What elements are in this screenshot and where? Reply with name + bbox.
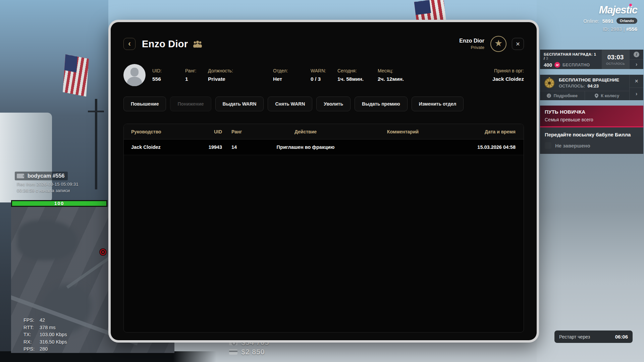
newbie-path-header: ПУТЬ НОВИЧКА Семья превыше всего — [540, 106, 643, 127]
demote-button[interactable]: Понижение — [170, 97, 211, 111]
free-spin-main: БЕСПЛАТНОЕ ВРАЩЕНИЕ ОСТАЛОСЬ: 04:23 i По… — [540, 75, 629, 100]
col-action: Действие — [257, 129, 354, 134]
minimap-target-icon — [99, 248, 107, 256]
group-members-icon — [193, 41, 203, 48]
avatar — [123, 64, 146, 86]
col-comment: Комментарий — [354, 129, 451, 134]
stat-rx: RX:316.50 Kbps — [23, 339, 67, 346]
location-pin-icon — [595, 94, 598, 98]
online-row: Online: 5891 Orlando — [583, 18, 637, 24]
free-reward-main: БЕСПЛАТНАЯ НАГРАДА: 1 / 3 400 M БЕСПЛАТН… — [540, 50, 602, 69]
free-spin-title: БЕСПЛАТНОЕ ВРАЩЕНИЕ — [559, 77, 619, 82]
reward-expand-button[interactable]: › — [630, 60, 643, 69]
reward-rail: i › — [629, 50, 643, 69]
spin-timer: 04:23 — [588, 83, 599, 88]
stat-fps: FPS:42 — [23, 317, 67, 324]
spin-expand-button[interactable]: › — [630, 88, 643, 101]
free-spin-buttons: i Подробнее К колесу — [540, 91, 629, 100]
member-stats-row: UID:556 Ранг:1 Должность:Private Отдел:Н… — [123, 64, 524, 86]
free-spin-text: БЕСПЛАТНОЕ ВРАЩЕНИЕ ОСТАЛОСЬ: 04:23 — [559, 77, 619, 88]
bodycam-rec-line: Rec from 2026-03-15 05:09:31 — [15, 182, 78, 187]
table-header: Руководство UID Ранг Действие Комментари… — [124, 124, 524, 139]
free-spin-top: БЕСПЛАТНОЕ ВРАЩЕНИЕ ОСТАЛОСЬ: 04:23 — [540, 75, 629, 91]
bank-card-icon — [229, 349, 237, 355]
bank-row: $2 850 — [229, 347, 269, 357]
info-icon: i — [547, 94, 551, 98]
modal-header-right: Enzo Dior Private ★ ✕ — [459, 36, 524, 52]
member-name: Enzo Dior — [459, 38, 484, 44]
spin-close-button[interactable]: ✕ — [630, 75, 643, 88]
spin-timer-label: ОСТАЛОСЬ: — [559, 83, 585, 88]
health-value: 100 — [54, 201, 64, 206]
minimap-terrain — [17, 220, 77, 260]
member-rank: Private — [459, 45, 484, 50]
newbie-path-subtitle: Семья превыше всего — [545, 117, 639, 122]
bodycam-title: bodycam #556 — [28, 173, 64, 179]
bodycam-title-row: bodycam #556 — [15, 172, 68, 180]
chevron-right-icon: › — [636, 61, 638, 68]
promote-button[interactable]: Повышение — [123, 97, 166, 111]
reward-timer-label: ОСТАЛОСЬ — [606, 62, 625, 65]
newbie-path-panel: ПУТЬ НОВИЧКА Семья превыше всего Передай… — [540, 106, 643, 154]
member-profile-modal: ‹ Enzo Dior Enzo Dior Private ★ ✕ — [108, 20, 539, 343]
bodycam-overlay: bodycam #556 Rec from 2026-03-15 05:09:3… — [15, 172, 78, 193]
dynamic-id: #556 — [626, 26, 637, 32]
change-department-button[interactable]: Изменить отдел — [412, 97, 464, 111]
bank-value: $2 850 — [241, 348, 265, 356]
table-row: Jack Cloidez 19943 14 Приглашен во фракц… — [124, 139, 524, 155]
action-buttons-row: Повышение Понижение Выдать WARN Снять WA… — [123, 97, 524, 111]
row-datetime: 15.03.2026 04:58 — [451, 144, 516, 150]
video-camera-icon — [17, 174, 24, 178]
stat-month: Месяц:2ч. 12мин. — [378, 68, 421, 82]
reward-info-button[interactable]: i — [630, 50, 643, 60]
free-spin-panel: БЕСПЛАТНОЕ ВРАЩЕНИЕ ОСТАЛОСЬ: 04:23 i По… — [540, 75, 643, 100]
reward-timer: 03:03 — [607, 54, 624, 61]
player-id-row: ID: 2983 | #556 — [583, 26, 637, 32]
give-warn-button[interactable]: Выдать WARN — [215, 97, 264, 111]
stat-today: Сегодня:1ч. 58мин. — [337, 68, 378, 82]
member-name-block: Enzo Dior Private — [459, 38, 484, 50]
remove-warn-button[interactable]: Снять WARN — [268, 97, 312, 111]
spin-goto-wheel-button[interactable]: К колесу — [585, 91, 630, 100]
col-rank: Ранг — [223, 129, 257, 134]
col-leadership: Руководство — [131, 129, 202, 134]
newbie-path-title: ПУТЬ НОВИЧКА — [545, 109, 639, 115]
scene-pole — [95, 99, 97, 189]
free-reward-panel: БЕСПЛАТНАЯ НАГРАДА: 1 / 3 400 M БЕСПЛАТН… — [540, 50, 643, 69]
spin-details-button[interactable]: i Подробнее — [540, 91, 585, 100]
newbie-path-body: Передайте посылку бабуле Билла Не заверш… — [540, 127, 643, 154]
stat-rank: Ранг:1 — [185, 68, 208, 82]
newbie-task-text: Передайте посылку бабуле Билла — [545, 132, 639, 137]
row-rank: 14 — [223, 144, 257, 150]
reward-amount: 400 — [544, 62, 552, 68]
modal-header: ‹ Enzo Dior Enzo Dior Private ★ ✕ — [123, 36, 524, 52]
row-leader: Jack Cloidez — [131, 144, 202, 150]
health-bar: 100 — [11, 200, 107, 207]
stat-uid: UID:556 — [152, 68, 185, 82]
majestic-coin-icon: M — [554, 62, 560, 68]
stat-position: Должность:Private — [208, 68, 273, 82]
spin-rail: ✕ › — [629, 75, 643, 100]
col-datetime: Дата и время — [451, 129, 516, 134]
close-icon: ✕ — [635, 78, 639, 84]
close-button[interactable]: ✕ — [512, 38, 524, 50]
restart-label: Рестарт через — [559, 334, 590, 340]
task-checkbox[interactable] — [545, 142, 551, 149]
reward-timer-box: 03:03 ОСТАЛОСЬ — [602, 50, 629, 69]
free-reward-amount-row: 400 M БЕСПЛАТНО — [544, 62, 598, 68]
row-action: Приглашен во фракцию — [257, 144, 354, 150]
stat-invited-by: Принял в орг:Jack Cloidez — [492, 68, 524, 82]
stat-pps: PPS:280 — [23, 346, 67, 353]
give-bonus-button[interactable]: Выдать премию — [355, 97, 408, 111]
back-button[interactable]: ‹ — [123, 38, 136, 50]
fire-button[interactable]: Уволить — [316, 97, 351, 111]
stat-warn: WARN:0 / 3 — [311, 68, 337, 82]
stat-department: Отдел:Нет — [273, 68, 311, 82]
network-stats: FPS:42 RTT:378 ms TX:103.00 Kbps RX:316.… — [23, 317, 67, 353]
info-icon: i — [634, 52, 639, 57]
scene-us-flag-left — [63, 54, 89, 97]
col-uid: UID — [202, 129, 223, 134]
wheel-of-fortune-icon — [543, 77, 555, 89]
star-icon: ★ — [494, 39, 502, 49]
row-uid: 19943 — [202, 144, 223, 150]
